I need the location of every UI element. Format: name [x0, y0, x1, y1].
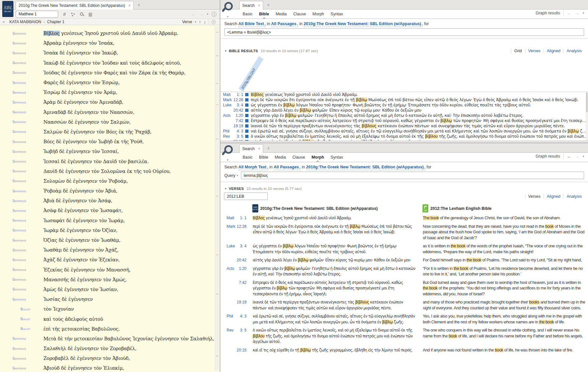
- greek-sentence[interactable]: Δαυὶδ δὲ ἐγέννησεν τὸν Σολομῶνα ἐκ τῆς τ…: [43, 169, 171, 174]
- info-icon[interactable]: i: [212, 12, 216, 17]
- greek-verse-text[interactable]: περὶ δὲ τῶν νεκρῶν ὅτι ἐγείρονται οὐκ ἀν…: [251, 98, 588, 102]
- results-section-label[interactable]: BIBLE RESULTS: [229, 49, 258, 53]
- version-filter-box[interactable]: [224, 193, 268, 200]
- columns-icon[interactable]: |||: [88, 12, 92, 17]
- row-type-label[interactable]: Sentence: [12, 189, 42, 193]
- text-row[interactable]: Sentence Ἰσαὰκ δὲ ἐγέννησεν τὸν Ἰακώβ,: [0, 48, 220, 58]
- locator-chapter[interactable]: Chapter 1: [47, 20, 64, 24]
- collapse-section-icon[interactable]: ▼: [224, 50, 227, 53]
- new-tab-icon[interactable]: +: [267, 2, 270, 9]
- row-type-label[interactable]: Sentence: [12, 120, 42, 124]
- query-type-label[interactable]: Query: [224, 173, 235, 178]
- greek-verse-text[interactable]: ὁ νικῶν οὕτως περιβαλεῖται ἐν ἱματίοις λ…: [251, 134, 588, 139]
- text-row[interactable]: Sentence Ἀρὰμ δὲ ἐγέννησεν τὸν Ἀμιναδάβ,: [0, 97, 220, 107]
- aligned-verse-row[interactable]: 20:42 αὐτὸς γὰρ Δαυὶδ λέγει ἐν βίβλῳ ψαλ…: [220, 257, 588, 263]
- text-row[interactable]: Sentence Ἰωβὴδ δὲ ἐγέννησεν τὸν Ἰεσσαί,: [0, 147, 220, 156]
- text-row[interactable]: Sentence Ἀμὼς δὲ ἐγέννησεν τὸν Ἰωσίαν,: [0, 285, 220, 294]
- hit-marker-square[interactable]: [245, 103, 248, 107]
- greek-sentence[interactable]: Σολομὼν δὲ ἐγέννησεν τὸν Ῥοβοάμ,: [43, 178, 128, 184]
- search-kind-tab[interactable]: Basic: [239, 9, 256, 19]
- text-row[interactable]: Sentence Σαλαθιὴλ δὲ ἐγέννησεν τὸν Ζοροβ…: [0, 344, 220, 353]
- search-scope-line[interactable]: Search All Bible Text in All Passages in…: [220, 19, 588, 27]
- search-scope-line[interactable]: Search All Morph Text in All Passages in…: [220, 162, 588, 170]
- verse-reference[interactable]: Rev 3: 5: [227, 328, 246, 333]
- verse-reference[interactable]: Matt 1: 1: [227, 215, 246, 221]
- next-verse-icon[interactable]: ↓: [204, 19, 206, 24]
- previous-verse-icon[interactable]: ↑: [199, 19, 201, 24]
- greek-verse-text[interactable]: ὁ νικῶν οὕτως περιβαλεῖται ἐν ἱματίοις λ…: [253, 328, 418, 345]
- greek-sentence[interactable]: Ἀμὼς δὲ ἐγέννησεν τὸν Ἰωσίαν,: [43, 287, 118, 292]
- greek-sentence[interactable]: Ἀβιοὺδ δὲ ἐγέννησεν τὸν Ἐλιακίμ,: [43, 365, 124, 371]
- text-row[interactable]: Sentence Δαυὶδ δὲ ἐγέννησεν τὸν Σολομῶνα…: [0, 166, 220, 176]
- grid-result-row[interactable]: Mark 12:26 περὶ δὲ τῶν νεκρῶν ὅτι ἐγείρο…: [220, 97, 588, 102]
- hit-marker-square[interactable]: [245, 130, 248, 133]
- row-type-label[interactable]: Sentence: [12, 239, 42, 242]
- verse-reference[interactable]: Luke 3: 4: [223, 103, 243, 107]
- text-row[interactable]: Sentence Ἑζεκίας δὲ ἐγέννησεν τὸν Μανασσ…: [0, 265, 220, 275]
- greek-sentence[interactable]: Ῥοβοὰμ δὲ ἐγέννησεν τὸν Ἀβιά,: [43, 188, 118, 194]
- greek-verse-text[interactable]: ναὶ ἐρωτῶ καὶ σέ, γνήσιε σύζυγε, συλλαμβ…: [251, 129, 588, 133]
- version-filter-input[interactable]: [226, 194, 265, 199]
- row-type-label[interactable]: Sentence: [12, 337, 42, 340]
- text-row[interactable]: Sentence Ἀσὰφ δὲ ἐγέννησεν τὸν Ἰωσαφάτ,: [0, 206, 220, 215]
- back-icon[interactable]: ←: [567, 10, 571, 16]
- hit-marker-square[interactable]: [245, 135, 248, 138]
- view-link[interactable]: Aligned: [544, 194, 564, 199]
- aligned-verse-row[interactable]: Matt 1: 1 Βίβλος γενέσεως Ἰησοῦ χριστοῦ …: [220, 215, 588, 221]
- greek-sentence[interactable]: Φαρὲς δὲ ἐγέννησεν τὸν Ἑσρώμ,: [43, 80, 120, 85]
- tab-search[interactable]: Search ×: [239, 1, 263, 9]
- english-verse-text[interactable]: Now concerning the dead, that they are r…: [423, 224, 586, 241]
- row-type-label[interactable]: Sentence: [12, 357, 42, 360]
- new-tab-icon[interactable]: +: [267, 146, 270, 152]
- greek-sentence[interactable]: Ἀβραὰμ ἐγέννησεν τὸν Ἰσαάκ,: [43, 40, 115, 46]
- close-tab-icon[interactable]: ×: [258, 147, 260, 151]
- view-link[interactable]: Verses: [525, 194, 544, 199]
- text-row[interactable]: Sentence Ἀβραὰμ ἐγέννησεν τὸν Ἰσαάκ,: [0, 38, 220, 48]
- search-kind-tab[interactable]: Clause: [290, 9, 309, 19]
- row-type-label[interactable]: Sentence: [12, 366, 42, 370]
- text-row[interactable]: Sentence Ἀχὰζ δὲ ἐγέννησεν τὸν Ἑζεκίαν,: [0, 255, 220, 265]
- greek-sentence[interactable]: Ὀζίας δὲ ἐγέννησεν τὸν Ἰωαθάμ,: [43, 238, 120, 243]
- search-kind-tab[interactable]: Syntax: [327, 9, 346, 19]
- tab-search[interactable]: Search ×: [239, 144, 263, 153]
- text-row[interactable]: Sentence Σαλμὼν δὲ ἐγέννησεν τὸν Βόες ἐκ…: [0, 127, 220, 137]
- text-row[interactable]: Bullet καὶ τοὺς ἀδελφοὺς αὐτοῦ: [0, 314, 220, 324]
- aligned-verse-row[interactable]: 19:19 ἱκανοὶ δὲ τῶν τὰ περίεργα πραξάντω…: [220, 300, 588, 311]
- reference-input[interactable]: [18, 11, 56, 17]
- row-type-label[interactable]: Sentence: [12, 169, 42, 173]
- row-type-label[interactable]: Sentence: [12, 160, 42, 163]
- row-type-label[interactable]: Sentence: [12, 278, 42, 281]
- aligned-verse-row[interactable]: Rev 3: 5 ὁ νικῶν οὕτως περιβαλεῖται ἐν ἱ…: [220, 328, 588, 345]
- inline-search-icon[interactable]: [80, 12, 83, 16]
- grid-result-row[interactable]: Acts 1:20 γέγραπται γὰρ ἐν βίβλῳ ψαλμῶν·…: [220, 113, 588, 118]
- view-link[interactable]: Grid: [511, 49, 525, 53]
- greek-sentence[interactable]: Ἑσρὼμ δὲ ἐγέννησεν τὸν Ἀράμ,: [43, 90, 117, 95]
- hit-marker-square[interactable]: [245, 93, 248, 96]
- text-row[interactable]: Sentence Σολομὼν δὲ ἐγέννησεν τὸν Ῥοβοάμ…: [0, 176, 220, 186]
- view-link[interactable]: Aligned: [544, 49, 564, 53]
- view-link[interactable]: Analysis: [563, 49, 585, 53]
- row-type-label[interactable]: Sentence: [12, 209, 42, 212]
- text-row[interactable]: Sentence Ἰωσίας δὲ ἐγέννησεν: [0, 294, 220, 304]
- forward-icon[interactable]: →: [575, 10, 579, 16]
- text-row[interactable]: Bullet ἐπὶ τῆς μετοικεσίας Βαβυλῶνος.: [0, 324, 220, 334]
- search-kind-tab[interactable]: Clause: [289, 153, 308, 162]
- aligned-verse-row[interactable]: Luke 3: 4 ὡς γέγραπται ἐν βίβλῳ λόγων Ἠσ…: [220, 243, 588, 255]
- history-dropdown-icon[interactable]: ▾: [582, 155, 584, 158]
- greek-sentence[interactable]: Ἰωσαφὰτ δὲ ἐγέννησεν τὸν Ἰωράμ,: [43, 218, 125, 223]
- verse-reference[interactable]: Rev 3: 5: [223, 134, 243, 139]
- greek-sentence[interactable]: ἐπὶ τῆς μετοικεσίας Βαβυλῶνος.: [43, 326, 120, 332]
- visual-filters-icon[interactable]: [71, 12, 75, 16]
- tab-greek-nt[interactable]: 2010g:The Greek New Testament: SBL Editi…: [16, 1, 134, 9]
- text-row[interactable]: Sentence Ἑσρὼμ δὲ ἐγέννησεν τὸν Ἀράμ,: [0, 87, 220, 97]
- search-kind-tab[interactable]: Bible: [256, 9, 273, 19]
- hit-marker-square[interactable]: [245, 98, 248, 101]
- greek-verse-text[interactable]: ἔστρεψεν δὲ ὁ θεὸς καὶ παρέδωκεν αὐτοὺς …: [251, 118, 588, 123]
- aligned-verse-row[interactable]: 20:15 καὶ εἴ τις οὐχ εὑρέθη ἐν τῇ βίβλῳ …: [220, 348, 588, 353]
- greek-sentence[interactable]: Ἀχὰζ δὲ ἐγέννησεν τὸν Ἑζεκίαν,: [43, 257, 119, 262]
- greek-verse-text[interactable]: ὡς γέγραπται ἐν βίβλῳ λόγων Ἠσαΐου τοῦ π…: [253, 243, 418, 255]
- greek-verse-text[interactable]: ἔστρεψεν δὲ ὁ θεὸς καὶ παρέδωκεν αὐτοὺς …: [253, 280, 418, 297]
- row-type-label[interactable]: Sentence: [12, 32, 42, 35]
- greek-sentence[interactable]: Ἰούδας δὲ ἐγέννησεν τὸν Φαρὲς καὶ τὸν Ζά…: [43, 70, 185, 75]
- verse-reference[interactable]: Matt 1: 1: [223, 92, 243, 97]
